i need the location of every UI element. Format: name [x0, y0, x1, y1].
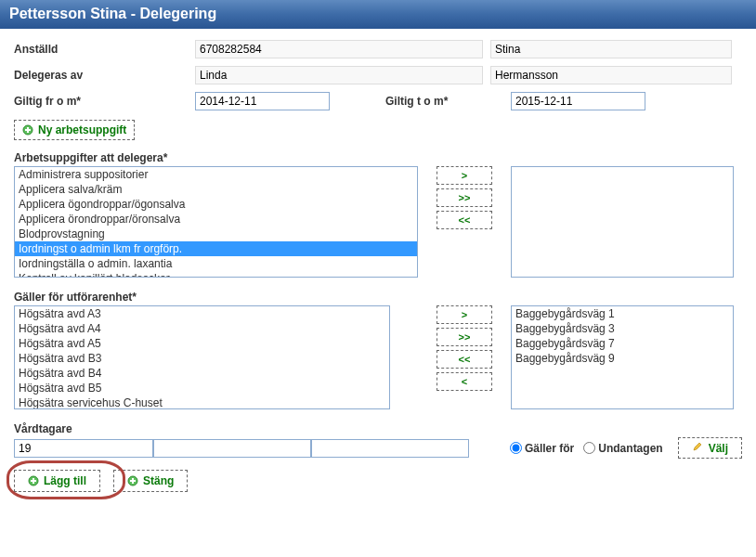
undantagen-radio[interactable]: Undantagen	[583, 442, 662, 455]
giltig-tom-field[interactable]	[511, 92, 645, 110]
list-item[interactable]: Applicera salva/kräm	[15, 182, 417, 197]
ny-arbetsuppgift-button[interactable]: Ny arbetsuppgift	[14, 120, 135, 140]
list-item[interactable]: Högsätra servicehus C-huset	[15, 395, 389, 409]
label-giltig-from: Giltig fr o m*	[14, 95, 195, 108]
list-item[interactable]: Iordningställa o admin. laxantia	[15, 256, 417, 271]
vardtagare-field-3[interactable]	[311, 439, 469, 458]
list-item[interactable]: Blodprovstagning	[15, 227, 417, 241]
list-item[interactable]: Baggebygårdsväg 1	[512, 306, 733, 321]
enhet-move-right-button[interactable]: >	[437, 305, 492, 324]
list-item[interactable]: Applicera örondroppar/öronsalva	[15, 212, 417, 227]
plus-icon	[127, 475, 138, 486]
ny-arbetsuppgift-label: Ny arbetsuppgift	[38, 123, 126, 136]
valj-label: Välj	[709, 442, 728, 455]
anstalld-id-field[interactable]	[195, 40, 483, 58]
label-anstalld: Anställd	[14, 43, 195, 56]
list-item[interactable]: Högsätra avd B4	[15, 366, 389, 381]
enhet-move-all-right-button[interactable]: >>	[437, 328, 492, 346]
label-giltig-tom: Giltig t o m*	[330, 95, 511, 108]
label-arbetsuppgifter: Arbetsuppgifter att delegera*	[14, 151, 742, 164]
giltig-from-field[interactable]	[195, 92, 330, 110]
lagg-till-label: Lägg till	[44, 474, 86, 487]
anstalld-namn-field[interactable]	[490, 40, 732, 58]
delegeras-fnamn-field[interactable]	[195, 66, 483, 84]
arbetsuppgifter-target-listbox[interactable]	[511, 166, 734, 278]
valj-button[interactable]: Välj	[678, 437, 742, 459]
galler-for-radio[interactable]: Gäller för	[510, 442, 574, 455]
label-galler-for-enhet: Gäller för utförarenhet*	[14, 291, 742, 304]
enhet-listbox[interactable]: Högsätra avd A3Högsätra avd A4Högsätra a…	[14, 305, 390, 409]
plus-icon	[28, 475, 39, 486]
list-item[interactable]: Högsätra avd B5	[15, 381, 389, 395]
list-item[interactable]: Iordningst o admin lkm fr orgförp.	[15, 241, 417, 256]
stang-button[interactable]: Stäng	[113, 470, 188, 492]
enhet-move-all-left-button[interactable]: <<	[437, 350, 492, 369]
list-item[interactable]: Administrera suppositorier	[15, 167, 417, 182]
pencil-icon	[692, 441, 703, 455]
list-item[interactable]: Högsätra avd A5	[15, 336, 389, 351]
list-item[interactable]: Högsätra avd A4	[15, 321, 389, 336]
plus-icon	[22, 124, 33, 136]
delegeras-enamn-field[interactable]	[490, 66, 732, 84]
list-item[interactable]: Baggebygårdsväg 7	[512, 336, 733, 351]
move-right-button[interactable]: >	[437, 166, 492, 185]
vardtagare-field-2[interactable]	[153, 439, 311, 458]
move-all-left-button[interactable]: <<	[437, 211, 492, 229]
lagg-till-button[interactable]: Lägg till	[14, 470, 100, 492]
list-item[interactable]: Baggebygårdsväg 9	[512, 351, 733, 366]
move-all-right-button[interactable]: >>	[437, 188, 492, 207]
vardtagare-count-field[interactable]	[14, 439, 153, 458]
page-title: Pettersson Stina - Delegering	[0, 0, 756, 29]
list-item[interactable]: Baggebygårdsväg 3	[512, 321, 733, 336]
stang-label: Stäng	[143, 474, 174, 487]
arbetsuppgifter-listbox[interactable]: Administrera suppositorierApplicera salv…	[14, 166, 418, 278]
list-item[interactable]: Högsätra avd B3	[15, 351, 389, 366]
enhet-move-left-button[interactable]: <	[437, 372, 492, 391]
list-item[interactable]: Kontroll av kapillärt blodsocker	[15, 271, 417, 278]
list-item[interactable]: Högsätra avd A3	[15, 306, 389, 321]
list-item[interactable]: Applicera ögondroppar/ögonsalva	[15, 197, 417, 212]
galler-for-listbox[interactable]: Baggebygårdsväg 1Baggebygårdsväg 3Baggeb…	[511, 305, 734, 409]
label-delegeras-av: Delegeras av	[14, 69, 195, 82]
label-vardtagare: Vårdtagare	[14, 422, 742, 435]
